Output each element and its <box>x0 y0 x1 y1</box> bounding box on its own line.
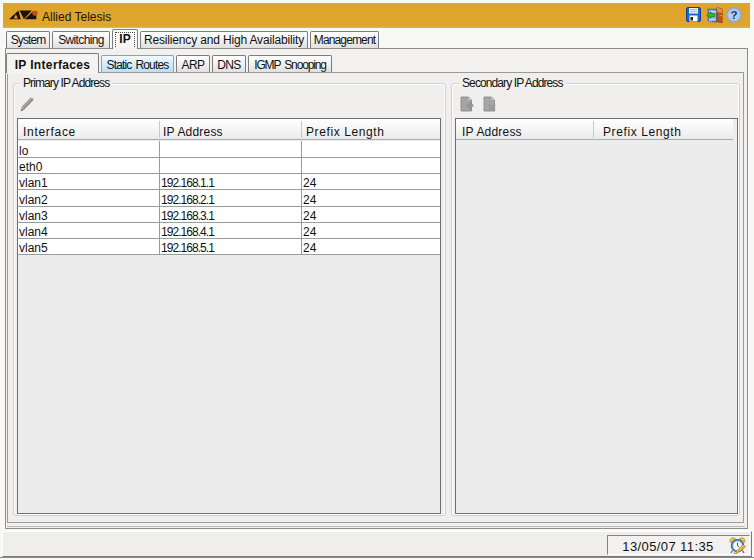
svg-text:?: ? <box>730 9 737 21</box>
